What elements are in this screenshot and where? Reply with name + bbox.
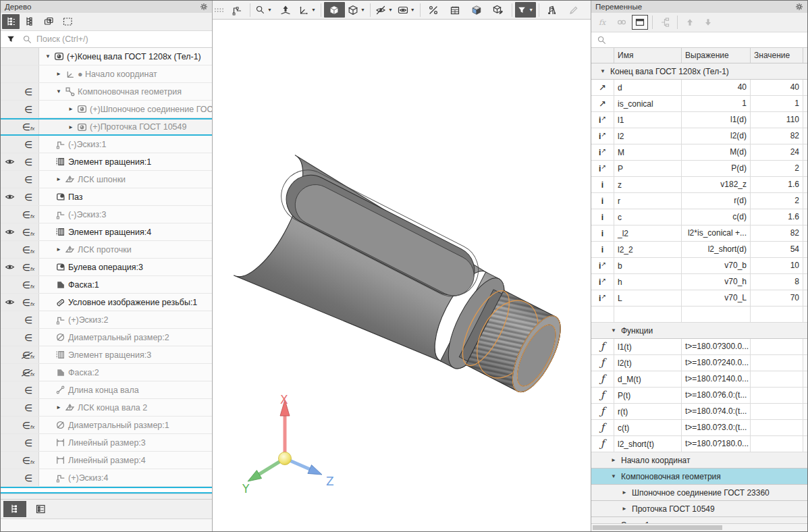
visibility-cell[interactable] — [1, 65, 18, 82]
visibility-cell[interactable] — [1, 276, 18, 293]
inclusion-cell[interactable] — [18, 65, 39, 82]
diagnostics-button[interactable] — [542, 2, 563, 18]
variable-row[interactable]: ƒP(t)t>=180.0?6.0:(t... — [591, 388, 807, 404]
variable-row[interactable]: ƒl1(t)t>=180.0?300.0... — [591, 339, 807, 355]
variable-value[interactable]: 110 — [751, 112, 803, 128]
variable-row[interactable]: icc(d)1.6 — [591, 209, 807, 225]
variable-value[interactable]: 1 — [751, 96, 803, 111]
tree-item[interactable]: ∈fx(-)Эскиз:3 — [1, 206, 212, 223]
variable-name[interactable]: h — [614, 274, 682, 290]
inclusion-cell[interactable]: ∈ — [18, 399, 39, 416]
variable-expression[interactable]: 1 — [682, 96, 751, 111]
tree-item[interactable]: ∈Длина конца вала — [1, 381, 212, 399]
variables-group-row[interactable]: ►Начало координат — [591, 452, 807, 469]
visibility-cell[interactable] — [1, 434, 18, 451]
visibility-cell[interactable] — [1, 119, 18, 134]
orientation-button[interactable] — [275, 2, 296, 18]
variable-expression[interactable]: t>=180.0?180.0... — [682, 436, 751, 452]
variable-name[interactable]: c — [614, 209, 682, 225]
tree-item[interactable]: ►● Начало координат — [1, 65, 212, 83]
variable-name[interactable]: l2_2 — [614, 242, 682, 257]
variable-row[interactable]: i↗MM(d)24 — [591, 144, 807, 161]
eye-icon[interactable] — [5, 298, 15, 306]
expander-icon[interactable]: ▼ — [610, 473, 617, 479]
variable-value[interactable] — [751, 339, 803, 354]
inclusion-cell[interactable]: ∈ — [18, 188, 39, 205]
expander-icon[interactable]: ▼ — [599, 68, 606, 74]
variable-expression[interactable]: r(d) — [682, 193, 751, 209]
visibility-cell[interactable] — [1, 294, 18, 311]
variable-expression[interactable]: v70_b — [682, 258, 751, 273]
visibility-cell[interactable] — [1, 381, 18, 398]
viewport-3d[interactable]: ▼▼▼▼▼▼ — [213, 1, 591, 531]
inclusion-cell[interactable]: ∈ — [18, 381, 39, 398]
variable-value[interactable] — [751, 355, 803, 371]
dependencies-button[interactable] — [657, 15, 673, 30]
inclusion-cell[interactable] — [18, 48, 39, 65]
variable-expression[interactable]: v70_h — [682, 274, 751, 290]
variable-row[interactable]: ƒd_M(t)t>=180.0?140.0... — [591, 371, 807, 388]
variable-name[interactable]: l2_short(t) — [614, 436, 682, 452]
filter-icon[interactable] — [3, 32, 18, 46]
variable-value[interactable] — [751, 436, 803, 452]
tree-item[interactable]: ∈▼Компоновочная геометрия — [1, 83, 212, 101]
variable-value[interactable]: 1.6 — [751, 177, 803, 192]
visibility-cell[interactable] — [1, 452, 18, 469]
visibility-cell[interactable] — [1, 469, 18, 486]
variable-expression[interactable]: l2(d) — [682, 128, 751, 144]
variable-name[interactable]: d_M(t) — [614, 371, 682, 387]
visibility-cell[interactable] — [1, 311, 18, 328]
create-function-button[interactable]: fx — [595, 15, 612, 30]
variable-expression[interactable]: t>=180.0?240.0... — [682, 355, 751, 371]
variable-row[interactable]: i↗PP(d)2 — [591, 161, 807, 177]
gear-icon[interactable] — [200, 3, 208, 11]
inclusion-cell[interactable]: ∈fx — [18, 452, 39, 469]
variable-row[interactable]: ƒc(t)t>=180.0?3.0:(t... — [591, 420, 807, 436]
zoom-button[interactable]: ▼ — [253, 2, 274, 18]
variable-expression[interactable]: l1(d) — [682, 112, 751, 128]
variable-value[interactable]: 8 — [751, 274, 803, 290]
variable-name[interactable]: l2(t) — [614, 355, 682, 371]
variable-value[interactable]: 82 — [751, 128, 803, 144]
inclusion-cell[interactable]: ∈fx — [18, 294, 39, 311]
filter-objects-button[interactable]: ▼ — [515, 2, 536, 18]
tree-item[interactable]: ∈(-)Эскиз:1 — [1, 136, 212, 153]
variable-row[interactable]: i↗bv70_b10 — [591, 258, 807, 274]
variables-search-row[interactable] — [591, 32, 807, 48]
tree-item[interactable]: ∈fx►(+)Проточка ГОСТ 10549 — [1, 118, 212, 136]
variable-value[interactable]: 54 — [751, 242, 803, 257]
variable-expression[interactable]: t>=180.0?6.0:(t... — [682, 388, 751, 403]
toolbar-grip[interactable] — [214, 7, 224, 14]
variable-value[interactable]: 82 — [751, 225, 803, 241]
visibility-cell[interactable] — [1, 399, 18, 416]
expander-icon[interactable]: ► — [55, 246, 62, 252]
variable-name[interactable]: r(t) — [614, 404, 682, 419]
section-view-button[interactable] — [423, 2, 444, 18]
variable-row[interactable]: ↗is_conical11 — [591, 96, 807, 112]
variable-row[interactable]: i↗l2l2(d)82 — [591, 128, 807, 144]
tree-item[interactable]: ∈►ЛСК шпонки — [1, 171, 212, 188]
tree-item[interactable]: ∈(+)Эскиз:2 — [1, 311, 212, 329]
tree-item[interactable]: ∈(+)Эскиз:4 — [1, 469, 212, 487]
tree-item[interactable]: ∈fxДиаметральный размер:1 — [1, 417, 212, 434]
inclusion-cell[interactable]: ∈ — [18, 469, 39, 486]
variable-value[interactable] — [751, 420, 803, 435]
inclusion-cell[interactable]: ∈fx — [18, 276, 39, 293]
inclusion-cell[interactable]: ∈ — [18, 136, 39, 153]
variable-name[interactable]: l2 — [614, 128, 682, 144]
visibility-cell[interactable] — [1, 417, 18, 433]
tree-item[interactable]: ∈fxФаска:2 — [1, 364, 212, 381]
visibility-cell[interactable] — [1, 171, 18, 188]
variables-group-row[interactable]: ▼Компоновочная геометрия — [591, 469, 807, 485]
tree-item[interactable]: ∈Линейный размер:3 — [1, 434, 212, 452]
expander-icon[interactable]: ▼ — [45, 53, 51, 59]
eye-icon[interactable] — [5, 263, 15, 271]
expander-icon[interactable]: ► — [68, 106, 74, 112]
variable-expression[interactable]: M(d) — [682, 144, 751, 160]
visibility-cell[interactable] — [1, 48, 18, 65]
tree-toolbar-marquee-button[interactable] — [59, 14, 76, 29]
tree-toolbar-relations-button[interactable] — [40, 14, 57, 29]
tree-tab-button[interactable] — [3, 501, 26, 517]
scrollbar-thumb[interactable] — [593, 525, 722, 530]
variable-expression[interactable]: v182_z — [682, 177, 751, 192]
